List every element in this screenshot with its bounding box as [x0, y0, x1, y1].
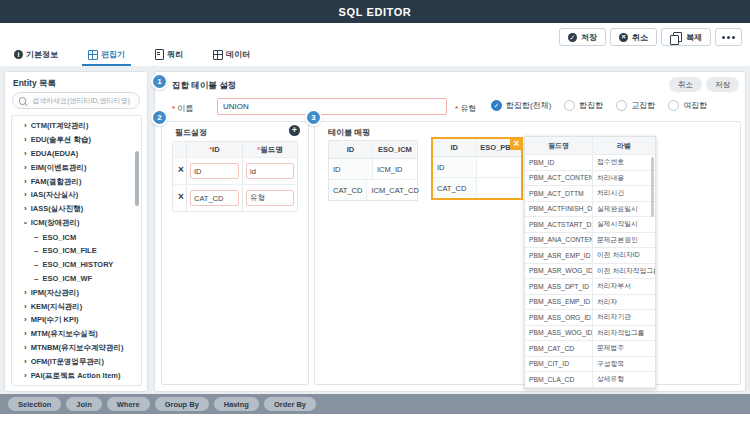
tree-item-eso-icm-file[interactable]: ESO_ICM_FILE [12, 244, 141, 258]
field-picker-row[interactable]: PBM_ASS_WOG_ID처리자작업그룹 [525, 326, 655, 342]
field-table-header: ID 필드명 [173, 142, 297, 158]
selection-button[interactable]: Selection [8, 397, 61, 411]
field-id-input[interactable] [190, 163, 239, 179]
tree-item-ctm[interactable]: CTM(IT계약관리) [12, 119, 141, 133]
mapping-row: ID ICM_ID [329, 159, 417, 180]
sql-editor-window: SQL EDITOR 저장 취소 복제 기본정보 [0, 0, 750, 422]
where-button[interactable]: Where [107, 397, 150, 411]
field-picker-row[interactable]: PBM_ASR_WOG_ID이전 처리자작업그룹ID [525, 264, 655, 280]
name-input[interactable] [217, 98, 447, 115]
popup-scrollbar[interactable] [651, 157, 654, 217]
clause-bar: Selection Join Where Group By Having Ord… [0, 394, 750, 414]
radio-intersect[interactable]: 교집합 [616, 100, 655, 111]
tree-item-ias[interactable]: IAS(자산실사) [12, 188, 141, 202]
field-picker-row[interactable]: PBM_ANA_CONTENT문제근본원인 [525, 233, 655, 249]
radio-union-all[interactable]: 합집합(전체) [491, 100, 551, 111]
tree-item-iass[interactable]: IASS(실사진행) [12, 202, 141, 216]
tab-data[interactable]: 데이터 [207, 48, 256, 66]
tree-scrollbar[interactable] [135, 151, 139, 206]
tree-item-mpi[interactable]: MPI(수기 KPI) [12, 313, 141, 327]
tree-item-ofm[interactable]: OFM(IT운영업무관리) [12, 355, 141, 369]
field-picker-row[interactable]: PBM_ID접수번호 [525, 155, 655, 171]
more-button[interactable] [715, 28, 742, 46]
tree-item-eso-icm-history[interactable]: ESO_ICM_HISTORY [12, 258, 141, 272]
close-icon[interactable] [510, 137, 523, 150]
join-button[interactable]: Join [66, 397, 101, 411]
tree-item-kem[interactable]: KEM(지식관리) [12, 300, 141, 314]
radio-checked-icon [491, 100, 502, 111]
add-field-button[interactable] [289, 125, 300, 136]
tree-item-eim[interactable]: EIM(이벤트관리) [12, 161, 141, 175]
tree-item-eso-icm[interactable]: ESO_ICM [12, 230, 141, 244]
check-circle-icon [568, 33, 577, 42]
save-button[interactable]: 저장 [559, 28, 606, 46]
field-picker-popup: 필드명 라벨 PBM_ID접수번호 PBM_ACT_CONTENT처리내용 PB… [524, 136, 656, 389]
col-field-name: 필드명 [525, 137, 593, 154]
tree-item-icm[interactable]: ICM(장애관리) [12, 216, 141, 230]
field-name-input[interactable] [246, 163, 294, 179]
field-picker-row[interactable]: PBM_ASS_EMP_ID처리자 [525, 295, 655, 311]
radio-unchecked-icon [668, 100, 679, 111]
tree-item-mtnbm[interactable]: MTNBM(유지보수계약관리) [12, 341, 141, 355]
field-picker-row[interactable]: PBM_ACT_CONTENT처리내용 [525, 171, 655, 187]
chevron-right-icon [24, 289, 27, 297]
radio-complement[interactable]: 여집합 [668, 100, 707, 111]
chevron-right-icon [24, 164, 27, 172]
field-row [173, 158, 297, 185]
group-by-button[interactable]: Group By [155, 397, 209, 411]
field-picker-row[interactable]: PBM_CLA_CD상세유형 [525, 372, 655, 388]
panel-actions: 취소 저장 [669, 77, 739, 92]
chevron-right-icon [24, 303, 27, 311]
tree-item-fam[interactable]: FAM(결함관리) [12, 175, 141, 189]
app-header: SQL EDITOR [0, 0, 750, 23]
panel-save-button[interactable]: 저장 [706, 77, 739, 92]
tree-item-eso-icm-wf[interactable]: ESO_ICM_WF [12, 272, 141, 286]
field-picker-row[interactable]: PBM_CAT_CD문제범주 [525, 341, 655, 357]
field-name-input[interactable] [246, 190, 294, 206]
remove-field-icon[interactable] [176, 166, 183, 176]
tree-item-ipm[interactable]: IPM(자산관리) [12, 286, 141, 300]
panel-title: 집합 테이블 설정 [172, 80, 236, 92]
field-picker-row[interactable]: PBM_ACT_DTTM처리시간 [525, 186, 655, 202]
tree-item-mtm[interactable]: MTM(유지보수실적) [12, 327, 141, 341]
entity-search-input[interactable] [30, 96, 133, 105]
mapping-table-eso-pbm-selected[interactable]: ID ESO_PBM ID CAT_CD [431, 137, 523, 200]
tree-item-edua[interactable]: EDUA(EDUA) [12, 147, 141, 161]
info-icon [14, 50, 23, 59]
mapping-id-header: ID [433, 139, 476, 156]
mapping-row: ID [433, 157, 521, 178]
cancel-button[interactable]: 취소 [610, 28, 657, 46]
tree-item-pai[interactable]: PAI(프로젝트 Action Item) [12, 369, 141, 383]
tab-basic-info[interactable]: 기본정보 [8, 48, 64, 66]
mapping-row: CAT_CD [433, 178, 521, 198]
panel-cancel-button[interactable]: 취소 [669, 77, 702, 92]
field-picker-row[interactable]: PBM_CIT_ID구성항목 [525, 357, 655, 373]
chevron-right-icon [24, 178, 27, 186]
entity-search-box [12, 92, 140, 109]
mapping-table-name: ESO_ICM [373, 141, 417, 158]
save-button-label: 저장 [581, 32, 597, 43]
grid-icon [213, 50, 223, 60]
field-picker-row[interactable]: PBM_ASS_DPT_ID처리자부서 [525, 279, 655, 295]
field-picker-row[interactable]: PBM_ASS_ORG_ID처리자기관 [525, 310, 655, 326]
radio-union[interactable]: 합집합 [564, 100, 603, 111]
having-button[interactable]: Having [214, 397, 259, 411]
duplicate-button[interactable]: 복제 [661, 28, 711, 46]
field-picker-row[interactable]: PBM_ASR_EMP_ID이전 처리자ID [525, 248, 655, 264]
chevron-right-icon [24, 330, 27, 338]
document-icon [155, 49, 164, 60]
chevron-right-icon [24, 136, 27, 144]
chevron-right-icon [24, 344, 27, 352]
cancel-circle-icon [619, 33, 628, 42]
chevron-right-icon [24, 372, 27, 380]
remove-field-icon[interactable] [176, 193, 183, 203]
dash-icon [34, 275, 38, 283]
field-id-input[interactable] [190, 190, 239, 206]
tree-item-edu[interactable]: EDU(솔루션 학습) [12, 133, 141, 147]
field-picker-row[interactable]: PBM_ACTSTART_D...실제시작일시 [525, 217, 655, 233]
order-by-button[interactable]: Order By [264, 397, 316, 411]
field-picker-row[interactable]: PBM_ACTFINISH_D...실제완료일시 [525, 202, 655, 218]
tab-editor[interactable]: 편집기 [82, 48, 131, 66]
mapping-table-eso-icm[interactable]: ID ESO_ICM ID ICM_ID CAT_CD ICM_CAT_CD [328, 140, 418, 201]
tab-query[interactable]: 쿼리 [149, 48, 189, 66]
